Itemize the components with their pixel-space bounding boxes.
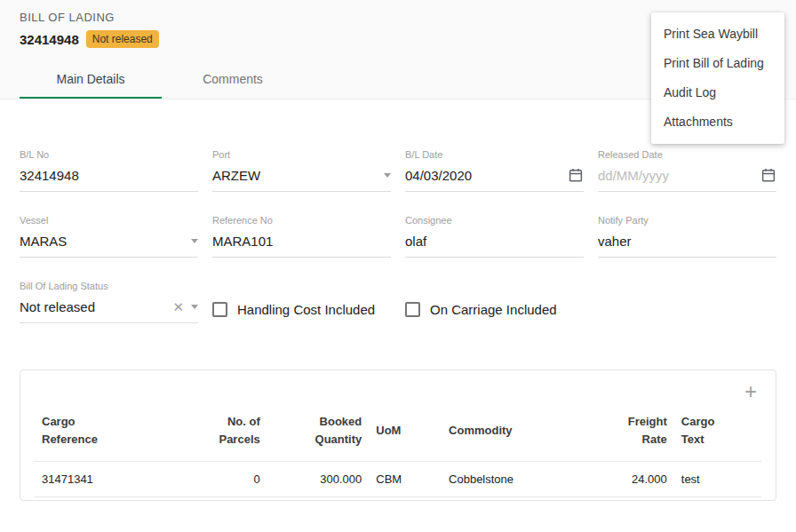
consignee-field: Consignee [405,215,584,258]
cell-booked-quantity: 300.000 [267,462,370,497]
bl-date-field: B/L Date [405,149,584,192]
reference-no-field: Reference No [212,215,391,258]
bl-no-input[interactable] [20,168,198,183]
bl-date-control [405,167,584,192]
reference-no-input[interactable] [212,234,391,249]
on-carriage-checkbox[interactable]: On Carriage Included [405,295,584,323]
vessel-field: Vessel MARAS [20,215,198,258]
actions-menu: Print Sea Waybill Print Bill of Lading A… [651,12,784,144]
bl-status-select[interactable]: Not released ✕ [20,298,198,323]
clear-icon[interactable]: ✕ [172,300,184,314]
menu-item-print-sea-waybill[interactable]: Print Sea Waybill [651,20,784,49]
menu-item-attachments[interactable]: Attachments [651,107,784,137]
main-content: B/L No Port ARZEW B/L Date [0,149,796,501]
bl-no-control [20,167,198,192]
menu-item-audit-log[interactable]: Audit Log [651,78,784,107]
details-form: B/L No Port ARZEW B/L Date [20,149,776,323]
cargo-table: Cargo Reference No. of Parcels Booked Qu… [35,406,761,497]
bl-date-input[interactable] [405,168,561,183]
handling-cost-label: Handling Cost Included [237,302,375,317]
menu-item-print-bill-of-lading[interactable]: Print Bill of Lading [651,49,784,78]
reference-no-label: Reference No [212,215,391,226]
col-freight-rate: Freight Rate [579,406,673,462]
checkbox-icon [405,302,420,317]
bl-no-label: B/L No [20,149,198,160]
notify-party-label: Notify Party [598,215,776,226]
vessel-value: MARAS [20,234,184,249]
checkbox-icon [212,302,227,317]
released-date-control [598,167,776,192]
released-date-label: Released Date [598,149,776,160]
calendar-icon[interactable] [760,167,776,183]
consignee-input[interactable] [405,234,584,249]
col-cargo-reference: Cargo Reference [35,406,187,462]
notify-party-input[interactable] [598,234,776,249]
tab-comments[interactable]: Comments [162,60,304,99]
chevron-down-icon [191,239,198,243]
notify-party-field: Notify Party [598,215,776,258]
consignee-control [405,233,584,258]
add-cargo-button[interactable]: + [740,382,761,401]
handling-cost-checkbox[interactable]: Handling Cost Included [212,295,391,323]
chevron-down-icon [384,173,391,178]
cell-cargo-text: test [674,462,761,497]
bill-of-lading-page: BILL OF LADING 32414948 Not released Mai… [0,0,796,532]
tab-main-details[interactable]: Main Details [20,60,162,99]
cargo-card: + Cargo Reference No. of Parcels Booked … [20,369,776,501]
consignee-label: Consignee [405,215,584,226]
vessel-label: Vessel [20,215,198,226]
port-value: ARZEW [212,168,377,183]
released-date-input[interactable] [598,168,753,183]
bl-status-field: Bill Of Lading Status Not released ✕ [20,281,198,323]
col-cargo-text: Cargo Text [674,406,761,462]
reference-no-control [212,233,391,258]
cell-commodity: Cobbelstone [442,462,579,497]
table-header-row: Cargo Reference No. of Parcels Booked Qu… [35,406,761,462]
bl-status-label: Bill Of Lading Status [20,281,198,291]
form-spacer [598,281,776,323]
col-no-of-parcels: No. of Parcels [187,406,267,462]
cell-no-of-parcels: 0 [187,462,267,497]
notify-party-control [598,233,776,258]
released-date-field: Released Date [598,149,776,192]
col-uom: UoM [369,406,442,462]
table-row[interactable]: 31471341 0 300.000 CBM Cobbelstone 24.00… [35,462,761,497]
vessel-select[interactable]: MARAS [20,233,198,258]
cell-cargo-reference: 31471341 [35,462,187,497]
bl-no-field: B/L No [20,149,198,192]
calendar-icon[interactable] [568,167,584,183]
cell-uom: CBM [369,462,442,497]
port-field: Port ARZEW [212,149,391,192]
port-label: Port [212,149,391,160]
status-badge: Not released [86,30,159,48]
cell-freight-rate: 24.000 [579,462,673,497]
port-select[interactable]: ARZEW [212,167,391,192]
chevron-down-icon [191,305,198,309]
document-number: 32414948 [20,32,79,47]
on-carriage-label: On Carriage Included [430,302,557,317]
col-booked-quantity: Booked Quantity [267,406,370,462]
col-commodity: Commodity [442,406,579,462]
bl-status-value: Not released [20,299,165,314]
cargo-toolbar: + [35,377,761,406]
bl-date-label: B/L Date [405,149,584,160]
